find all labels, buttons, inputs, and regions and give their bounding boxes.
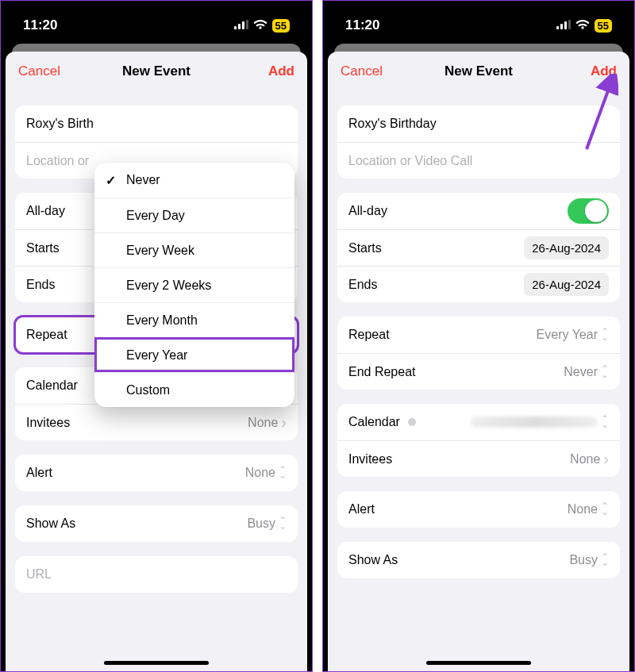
showas-label: Show As (26, 516, 75, 531)
invitees-label: Invitees (26, 416, 70, 430)
repeat-option-every-day[interactable]: Every Day (94, 198, 294, 232)
repeat-option-every-year[interactable]: Every Year (94, 337, 294, 372)
invitees-value: None › (570, 450, 609, 468)
event-title-text: Roxy's Birth (26, 117, 94, 131)
showas-value: Busy ⌃⌄ (569, 553, 609, 567)
showas-group: Show As Busy ⌃⌄ (337, 542, 620, 578)
invitees-row[interactable]: Invitees None › (337, 440, 620, 477)
alert-label: Alert (26, 466, 52, 480)
start-date-chip[interactable]: 26-Aug-2024 (524, 236, 609, 259)
starts-row[interactable]: Starts 26-Aug-2024 (337, 229, 620, 266)
showas-row[interactable]: Show As Busy ⌃⌄ (337, 542, 620, 578)
calendar-label: Calendar (26, 378, 78, 393)
updown-icon: ⌃⌄ (601, 555, 609, 566)
cancel-button[interactable]: Cancel (18, 63, 60, 79)
alert-row[interactable]: Alert None ⌃⌄ (15, 455, 298, 491)
signal-icon (234, 17, 248, 33)
svg-line-8 (587, 80, 612, 149)
svg-rect-6 (564, 21, 567, 29)
status-bar: 11:20 55 (323, 1, 634, 44)
calendar-row[interactable]: Calendar ⌃⌄ (337, 404, 620, 440)
repeat-label: Repeat (348, 328, 390, 342)
calendar-invitees-group: Calendar ⌃⌄ Invitees None › (337, 404, 620, 477)
svg-rect-5 (560, 24, 563, 29)
showas-row[interactable]: Show As Busy ⌃⌄ (15, 505, 298, 542)
url-group: URL (15, 556, 298, 593)
svg-rect-2 (242, 21, 244, 29)
alert-value: None ⌃⌄ (568, 502, 609, 516)
annotation-arrow-icon (579, 74, 618, 153)
chevron-right-icon: › (603, 450, 609, 468)
repeat-row[interactable]: Repeat Every Year ⌃⌄ (337, 317, 620, 353)
alert-row[interactable]: Alert None ⌃⌄ (337, 491, 620, 528)
location-placeholder: Location or (26, 154, 89, 168)
end-repeat-row[interactable]: End Repeat Never ⌃⌄ (337, 353, 620, 390)
home-indicator[interactable] (426, 661, 531, 665)
repeat-dropdown-menu: NeverEvery DayEvery WeekEvery 2 WeeksEve… (94, 163, 294, 407)
phone-screenshot-right: 11:20 55 Cancel New Event Add (322, 0, 635, 672)
allday-label: All-day (348, 204, 387, 218)
battery-indicator: 55 (595, 19, 612, 33)
event-title-field[interactable]: Roxy's Birth (15, 106, 298, 142)
repeat-option-every-week[interactable]: Every Week (94, 232, 294, 267)
invitees-row[interactable]: Invitees None › (15, 404, 298, 440)
starts-label: Starts (26, 241, 60, 255)
ends-row[interactable]: Ends 26-Aug-2024 (337, 266, 620, 302)
form-content: Roxy's Birth Location or All-day Starts … (6, 106, 307, 593)
repeat-option-never[interactable]: Never (94, 163, 294, 198)
repeat-option-custom[interactable]: Custom (94, 372, 294, 407)
phone-screenshot-left: 11:20 55 Cancel New Event Add (0, 0, 313, 672)
ends-label: Ends (26, 278, 55, 292)
alert-value: None ⌃⌄ (245, 466, 287, 480)
showas-value: Busy ⌃⌄ (247, 516, 287, 531)
form-content: Roxy's Birthday Location or Video Call A… (328, 106, 629, 578)
updown-icon: ⌃⌄ (601, 504, 609, 515)
ends-label: Ends (348, 278, 377, 292)
starts-label: Starts (348, 241, 382, 255)
invitees-value: None › (248, 413, 287, 432)
showas-group: Show As Busy ⌃⌄ (15, 505, 298, 542)
status-indicators: 55 (234, 17, 290, 33)
showas-label: Show As (348, 553, 398, 567)
allday-toggle[interactable] (568, 198, 609, 224)
svg-rect-3 (246, 20, 248, 29)
chevron-right-icon: › (281, 413, 287, 432)
calendar-color-dot (408, 418, 416, 426)
location-field[interactable]: Location or Video Call (337, 142, 620, 179)
svg-rect-1 (238, 24, 241, 29)
updown-icon: ⌃⌄ (601, 329, 609, 340)
status-time: 11:20 (23, 17, 57, 33)
status-time: 11:20 (345, 17, 379, 33)
alert-group: Alert None ⌃⌄ (337, 491, 620, 528)
allday-row: All-day (337, 193, 620, 229)
redacted-calendar-name (471, 417, 598, 428)
datetime-group: All-day Starts 26-Aug-2024 Ends 26-Aug-2… (337, 193, 620, 302)
modal-sheet: Cancel New Event Add Roxy's Birth Locati… (6, 52, 307, 671)
calendar-label: Calendar (348, 415, 421, 429)
repeat-option-every-2-weeks[interactable]: Every 2 Weeks (94, 267, 294, 302)
location-placeholder: Location or Video Call (348, 154, 472, 168)
title-location-group: Roxy's Birthday Location or Video Call (337, 106, 620, 179)
home-indicator[interactable] (104, 661, 209, 665)
add-button[interactable]: Add (268, 63, 294, 79)
event-title-field[interactable]: Roxy's Birthday (337, 106, 620, 142)
alert-group: Alert None ⌃⌄ (15, 455, 298, 491)
allday-label: All-day (26, 204, 65, 218)
repeat-option-every-month[interactable]: Every Month (94, 302, 294, 337)
repeat-group: Repeat Every Year ⌃⌄ End Repeat Never ⌃⌄ (337, 317, 620, 390)
end-repeat-value: Never ⌃⌄ (564, 365, 609, 379)
updown-icon: ⌃⌄ (279, 518, 287, 529)
url-row[interactable]: URL (15, 556, 298, 593)
updown-icon: ⌃⌄ (601, 367, 609, 378)
signal-icon (556, 17, 571, 33)
updown-icon: ⌃⌄ (279, 467, 287, 478)
svg-rect-4 (556, 26, 559, 29)
alert-label: Alert (348, 502, 375, 516)
end-date-chip[interactable]: 26-Aug-2024 (524, 273, 609, 296)
calendar-value: ⌃⌄ (471, 417, 609, 428)
svg-rect-0 (234, 26, 237, 29)
end-repeat-label: End Repeat (348, 365, 416, 379)
svg-rect-7 (568, 20, 571, 29)
cancel-button[interactable]: Cancel (341, 63, 383, 79)
status-bar: 11:20 55 (1, 1, 312, 44)
